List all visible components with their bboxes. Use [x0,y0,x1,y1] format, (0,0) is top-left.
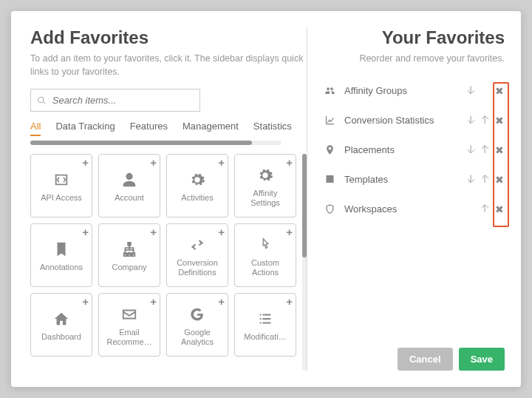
item-label: Dashboard [41,332,81,342]
your-favorites-title: Your Favorites [322,27,505,48]
pin-icon [322,144,337,155]
item-label: Account [115,193,144,203]
item-card[interactable]: + Account [98,154,160,217]
favorite-row: Conversion Statistics 🡣 🡡 ✖ [322,106,505,135]
tab-all[interactable]: All [30,121,41,136]
sitemap-icon [121,239,137,260]
move-down-button[interactable]: 🡣 [466,144,476,155]
item-label: Activities [181,193,213,203]
remove-button[interactable]: ✖ [494,85,505,97]
add-icon: + [218,156,225,169]
item-label: Affinity Settings [238,189,293,208]
favorite-row: Placements 🡣 🡡 ✖ [322,135,505,165]
move-up-button[interactable]: 🡡 [480,174,490,185]
favorites-list: Affinity Groups 🡣 🡡 ✖ Conversion Statist… [322,76,505,224]
item-label: Conversion Definitions [170,258,225,277]
item-card[interactable]: + Annotations [30,223,92,287]
remove-button[interactable]: ✖ [494,174,505,186]
item-label: API Access [41,193,82,203]
user-icon [121,169,137,190]
item-card[interactable]: + Dashboard [30,293,92,357]
add-icon: + [150,295,157,308]
items-grid-wrap: + API Access+ Account+ Activities+ Affin… [30,154,307,371]
save-button[interactable]: Save [459,348,505,371]
bookmark-icon [53,239,69,260]
gears-icon [257,165,273,186]
favorite-label: Templates [344,174,466,185]
item-label: Custom Actions [238,258,293,277]
item-label: Annotations [40,263,83,272]
item-label: Modificati… [244,332,286,342]
item-card[interactable]: + Company [98,223,160,287]
book-icon [322,174,337,185]
item-label: Email Recomme… [102,328,157,347]
chart-icon [322,115,337,126]
envelope-icon [121,304,137,325]
add-favorites-title: Add Favorites [30,27,307,48]
add-favorites-subtitle: To add an item to your favorites, click … [30,53,307,78]
add-icon: + [286,226,293,238]
remove-button[interactable]: ✖ [494,144,505,156]
your-favorites-pane: Your Favorites Reorder and remove your f… [307,11,521,387]
list-icon [257,308,273,329]
favorite-row: Affinity Groups 🡣 🡡 ✖ [322,76,505,106]
add-icon: + [218,295,225,308]
item-card[interactable]: + Email Recomme… [98,293,160,357]
tab-features[interactable]: Features [130,121,168,136]
add-favorites-pane: Add Favorites To add an item to your fav… [11,11,307,387]
move-down-button[interactable]: 🡣 [466,115,476,126]
item-card[interactable]: + Activities [166,154,228,217]
search-icon [37,95,47,106]
pointer-icon [257,235,273,255]
users-icon [322,85,337,96]
item-card[interactable]: + Affinity Settings [234,154,296,217]
add-icon: + [82,156,89,169]
add-icon: + [218,226,225,238]
add-icon: + [286,156,293,169]
home-icon [53,308,69,329]
add-icon: + [82,226,89,238]
item-card[interactable]: + API Access [30,154,92,217]
your-favorites-subtitle: Reorder and remove your favorites. [322,53,505,66]
favorite-row: Templates 🡣 🡡 ✖ [322,165,505,195]
cancel-button[interactable]: Cancel [398,348,453,371]
move-down-button[interactable]: 🡣 [466,85,476,96]
shield-icon [322,203,337,215]
item-label: Google Analytics [170,328,225,347]
exchange-icon [189,235,205,255]
remove-button[interactable]: ✖ [494,115,505,127]
add-icon: + [150,156,157,169]
items-scrollbar[interactable] [302,154,307,371]
category-tabs: AllData TrackingFeaturesManagementStatis… [30,118,307,141]
tab-data-tracking[interactable]: Data Tracking [55,121,115,136]
tab-statistics[interactable]: Statistics [253,121,292,136]
items-grid: + API Access+ Account+ Activities+ Affin… [30,154,307,357]
move-up-button[interactable]: 🡡 [480,203,490,215]
item-card[interactable]: + Modificati… [234,293,296,357]
move-up-button[interactable]: 🡡 [480,144,490,155]
favorite-label: Conversion Statistics [344,115,466,126]
item-card[interactable]: + Custom Actions [234,223,296,287]
add-icon: + [82,295,89,308]
move-up-button[interactable]: 🡡 [480,115,490,126]
add-icon: + [150,226,157,238]
favorites-modal: Add Favorites To add an item to your fav… [11,11,521,387]
favorite-label: Affinity Groups [344,85,466,96]
favorite-row: Workspaces 🡣 🡡 ✖ [322,195,505,224]
code-icon [53,169,69,190]
modal-footer: Cancel Save [322,348,505,371]
favorite-label: Placements [344,144,466,155]
tab-management[interactable]: Management [183,121,239,136]
google-icon [189,304,205,325]
tabs-scrollbar[interactable] [30,141,282,145]
remove-button[interactable]: ✖ [494,203,505,215]
favorite-label: Workspaces [344,203,466,215]
item-card[interactable]: + Conversion Definitions [166,223,228,287]
add-icon: + [286,295,293,308]
gears-icon [189,169,205,190]
search-input[interactable] [51,94,194,107]
search-box[interactable] [30,89,200,112]
item-label: Company [112,263,146,272]
item-card[interactable]: + Google Analytics [166,293,228,357]
move-down-button[interactable]: 🡣 [466,174,476,185]
